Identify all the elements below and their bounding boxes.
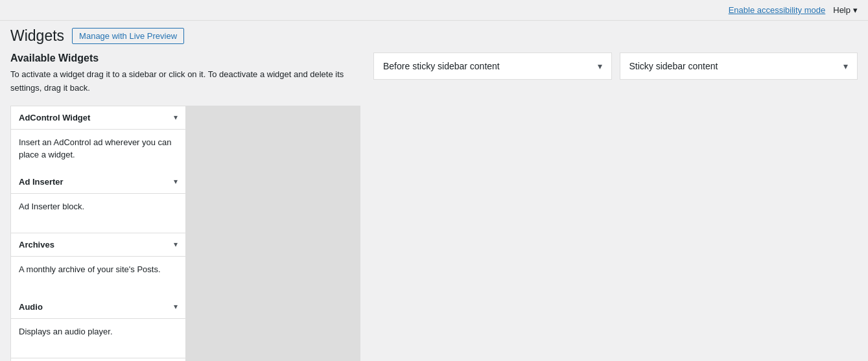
widget-cell: Audio Displays an audio player. — [11, 296, 185, 358]
page-title: Widgets — [10, 27, 64, 45]
widgets-grid: AdControl Widget Insert an AdControl ad … — [10, 106, 360, 361]
widget-title: Ad Inserter — [19, 177, 64, 187]
widget-title: AdControl Widget — [19, 113, 90, 122]
chevron-down-icon — [174, 240, 178, 249]
widget-cell: AdControl Widget Insert an AdControl ad … — [11, 106, 185, 170]
chevron-down-icon — [174, 177, 178, 186]
widget-cell: Authors (Jetpack) Display blogs authors … — [11, 358, 185, 361]
chevron-down-icon — [843, 61, 848, 71]
available-widgets-title: Available Widgets — [10, 52, 360, 64]
chevron-down-icon — [174, 113, 178, 122]
sidebar-label: Sticky sidebar content — [629, 61, 718, 71]
sidebar-label: Before sticky sidebar content — [383, 61, 500, 71]
grid-divider-vertical — [185, 106, 186, 170]
page-header: Widgets Manage with Live Preview — [0, 21, 868, 52]
widget-desc: A monthly archive of your site's Posts. — [11, 257, 185, 296]
sidebar-dropdown-button[interactable]: Before sticky sidebar content — [373, 52, 612, 80]
sidebar-section: Before sticky sidebar content — [373, 52, 612, 361]
widget-cell: Archives A monthly archive of your site'… — [11, 233, 185, 296]
widget-header[interactable]: Archives — [11, 233, 185, 257]
widget-header[interactable]: Audio — [11, 296, 185, 319]
left-panel: Available Widgets To activate a widget d… — [10, 52, 360, 361]
top-bar: Enable accessibility mode Help ▾ — [0, 0, 868, 21]
widget-header[interactable]: Authors (Jetpack) — [11, 358, 185, 361]
widget-header[interactable]: AdControl Widget — [11, 106, 185, 130]
help-chevron-icon: ▾ — [853, 5, 858, 15]
widget-title: Audio — [19, 302, 43, 312]
grid-divider-vertical — [185, 233, 186, 296]
chevron-down-icon — [174, 302, 178, 311]
widget-desc: Displays an audio player. — [11, 319, 185, 358]
sidebar-section: Sticky sidebar content — [620, 52, 858, 361]
widget-desc: Ad Inserter block. — [11, 194, 185, 233]
widget-cell: Ad Inserter Ad Inserter block. — [11, 170, 185, 233]
chevron-down-icon — [598, 61, 602, 71]
widget-title: Archives — [19, 240, 54, 250]
widget-desc: Insert an AdControl ad wherever you can … — [11, 130, 185, 170]
right-panel: Before sticky sidebar content Sticky sid… — [360, 52, 858, 361]
live-preview-button[interactable]: Manage with Live Preview — [72, 28, 184, 44]
grid-divider-vertical — [185, 358, 186, 361]
available-widgets-desc: To activate a widget drag it to a sideba… — [10, 68, 360, 95]
sidebar-dropdown-button[interactable]: Sticky sidebar content — [620, 52, 858, 80]
accessibility-mode-link[interactable]: Enable accessibility mode — [729, 5, 826, 15]
help-button[interactable]: Help ▾ — [833, 5, 858, 15]
widget-header[interactable]: Ad Inserter — [11, 170, 185, 194]
main-content: Available Widgets To activate a widget d… — [0, 52, 868, 361]
